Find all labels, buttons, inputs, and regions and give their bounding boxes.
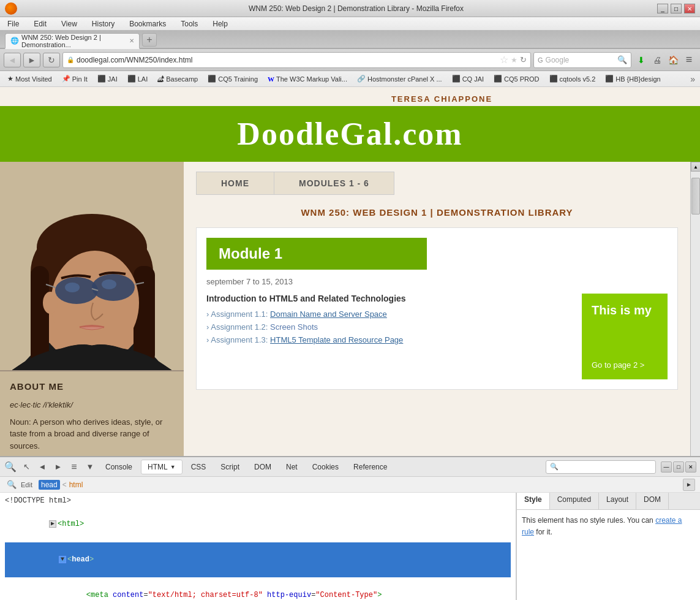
maximize-button[interactable]: □	[671, 4, 682, 13]
bookmark-most-visited[interactable]: ★ Most Visited	[5, 74, 55, 84]
styles-panel: Style Computed Layout DOM This element h…	[516, 493, 700, 600]
html-line-html[interactable]: ▶<html>	[5, 507, 511, 542]
green-box-text: This is my	[592, 303, 658, 317]
bookmark-lai[interactable]: ⬛ LAI	[125, 74, 151, 84]
style-tab-dom[interactable]: DOM	[636, 493, 669, 509]
scrollbar-track[interactable]	[691, 172, 700, 474]
go-to-page-link[interactable]: Go to page 2 >	[592, 360, 658, 370]
bookmark-pin-it[interactable]: 📌 Pin It	[59, 74, 90, 84]
menu-history[interactable]: History	[89, 18, 117, 29]
scroll-up-button[interactable]: ▲	[691, 162, 700, 172]
toolbar-icons: ⬇ 🖨 🏠 ≡	[634, 53, 696, 67]
tab-icon: 🌐	[10, 37, 19, 45]
breadcrumb-head: head	[39, 480, 60, 490]
nav-modules[interactable]: MODULES 1 - 6	[274, 172, 394, 195]
menu-edit[interactable]: Edit	[31, 18, 49, 29]
menu-help[interactable]: Help	[210, 18, 230, 29]
bookmark-hb[interactable]: ⬛ HB {HB}design	[603, 74, 663, 84]
bookmark-hostmonster[interactable]: 🔗 Hostmonster cPanel X ...	[355, 74, 445, 84]
address-bar[interactable]: 🔒 doodlegal.com/WNM250/index.html ☆ ★ ↻	[62, 52, 531, 68]
nav-home[interactable]: HOME	[196, 172, 274, 195]
panel-close-button[interactable]: ✕	[685, 461, 696, 473]
reload-icon[interactable]: ↻	[520, 55, 527, 64]
assignment-1-1-link[interactable]: Domain Name and Server Space	[270, 309, 387, 319]
search-button[interactable]: 🔍	[617, 55, 627, 64]
back-button[interactable]: ◄	[4, 53, 21, 67]
search-box[interactable]: G Google 🔍	[533, 52, 631, 68]
print-icon[interactable]: 🖨	[650, 53, 664, 67]
devtools-tab-reference[interactable]: Reference	[347, 460, 393, 474]
bookmark-cqtools[interactable]: ⬛ cqtools v5.2	[547, 74, 598, 84]
bookmark-star-icon[interactable]: ☆	[500, 54, 508, 66]
style-tab-layout[interactable]: Layout	[599, 493, 636, 509]
devtools-tab-script[interactable]: Script	[214, 460, 246, 474]
star-icon2[interactable]: ★	[511, 56, 517, 64]
devtools-tab-html[interactable]: HTML ▼	[141, 460, 183, 474]
tab-close-button[interactable]: ✕	[129, 37, 134, 44]
assignment-1-2-link[interactable]: Screen Shots	[270, 322, 318, 332]
devtools-tab-css[interactable]: CSS	[185, 460, 213, 474]
panel-restore-button[interactable]: □	[673, 461, 684, 473]
devtools-search-box[interactable]: 🔍	[546, 460, 656, 474]
menu-view[interactable]: View	[59, 18, 80, 29]
html-expand-icon[interactable]: ▶	[49, 520, 56, 528]
more-icon[interactable]: ≡	[682, 53, 696, 67]
assignment-1-3[interactable]: Assignment 1.3: HTML5 Template and Resou…	[206, 335, 572, 344]
bookmark-w3c[interactable]: W The W3C Markup Vali...	[265, 74, 350, 84]
html-dropdown-icon[interactable]: ▼	[170, 464, 176, 470]
html-line-head[interactable]: ▼<head>	[5, 542, 511, 578]
about-noun: Noun: A person who derives ideas, style,…	[10, 416, 174, 452]
styles-text2: for it.	[536, 528, 552, 536]
home-icon[interactable]: 🏠	[666, 53, 680, 67]
head-expand-icon[interactable]: ▼	[59, 556, 66, 563]
breadcrumb-expand-button[interactable]: ►	[683, 479, 695, 491]
bookmark-basecamp[interactable]: 🏕 Basecamp	[155, 74, 200, 84]
bookmark-cq5-prod[interactable]: ⬛ CQ5 PROD	[491, 74, 541, 84]
panel-minimize-button[interactable]: —	[661, 461, 672, 473]
svg-point-8	[51, 251, 139, 355]
minimize-button[interactable]: _	[657, 4, 668, 13]
devtools-content: <!DOCTYPE html> ▶<html> ▼<head> <meta co…	[0, 493, 700, 600]
scrollbar[interactable]: ▲ ▼	[690, 162, 700, 484]
close-button[interactable]: ✕	[684, 4, 695, 13]
devtools-settings-icon[interactable]: ▼	[83, 460, 97, 474]
menu-bar: File Edit View History Bookmarks Tools H…	[0, 17, 700, 31]
menu-bookmarks[interactable]: Bookmarks	[127, 18, 168, 29]
bookmarks-more-button[interactable]: »	[690, 74, 695, 84]
download-icon[interactable]: ⬇	[634, 53, 649, 67]
banner-title: DoodleGal.com	[237, 116, 462, 151]
hb-icon: ⬛	[605, 75, 614, 83]
forward-button[interactable]: ►	[23, 53, 40, 67]
assignment-1-1[interactable]: Assignment 1.1: Domain Name and Server S…	[206, 309, 572, 319]
devtools-forward-icon[interactable]: ►	[51, 460, 65, 474]
inspect-element-icon[interactable]: 🔍	[5, 478, 18, 492]
edit-button[interactable]: Edit	[21, 481, 32, 488]
window-controls[interactable]: _ □ ✕	[657, 4, 695, 13]
reload-button[interactable]: ↻	[43, 53, 60, 67]
devtools-tab-dom[interactable]: DOM	[248, 460, 277, 474]
assignment-1-2[interactable]: Assignment 1.2: Screen Shots	[206, 322, 572, 332]
tab-bar: 🌐 WNM 250: Web Design 2 | Demonstration.…	[0, 31, 700, 49]
browser-window: WNM 250: Web Design 2 | Demonstration Li…	[0, 0, 700, 600]
devtools-tab-console[interactable]: Console	[99, 460, 138, 474]
devtools-tab-cookies[interactable]: Cookies	[306, 460, 345, 474]
devtools-tab-net[interactable]: Net	[280, 460, 304, 474]
devtools-menu-icon[interactable]: ≡	[67, 460, 81, 474]
devtools-back-icon[interactable]: ◄	[36, 460, 49, 474]
devtools-pointer-icon[interactable]: ↖	[20, 460, 33, 474]
bookmark-cq5-training[interactable]: ⬛ CQ5 Training	[205, 74, 260, 84]
style-tab-computed[interactable]: Computed	[550, 493, 599, 509]
scrollbar-thumb[interactable]	[691, 178, 700, 215]
menu-file[interactable]: File	[5, 18, 21, 29]
html-line-meta: <meta content="text/html; charset=utf-8"…	[5, 577, 511, 600]
devtools-inspect-icon[interactable]: 🔍	[4, 460, 17, 474]
bookmark-cq-jai[interactable]: ⬛ CQ JAI	[450, 74, 486, 84]
new-tab-button[interactable]: +	[142, 33, 157, 47]
bookmark-jai[interactable]: ⬛ JAI	[95, 74, 120, 84]
style-tab-style[interactable]: Style	[517, 493, 550, 509]
active-tab[interactable]: 🌐 WNM 250: Web Design 2 | Demonstration.…	[5, 33, 140, 49]
devtools-panel: 🔍 ↖ ◄ ► ≡ ▼ Console HTML ▼ CSS Script DO…	[0, 456, 700, 600]
menu-tools[interactable]: Tools	[178, 18, 200, 29]
basecamp-icon: 🏕	[157, 75, 164, 83]
assignment-1-3-link[interactable]: HTML5 Template and Resource Page	[270, 335, 403, 344]
